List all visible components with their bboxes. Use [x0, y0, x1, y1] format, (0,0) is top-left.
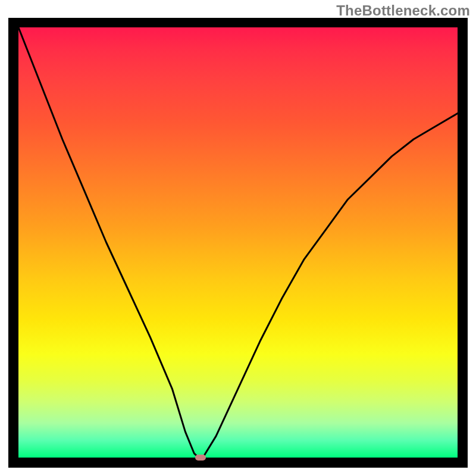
plot-frame — [8, 18, 468, 468]
bottleneck-curve — [18, 27, 458, 458]
plot-area — [18, 27, 458, 458]
chart-stage: TheBottleneck.com — [0, 0, 476, 476]
watermark-label: TheBottleneck.com — [336, 2, 470, 19]
curve-path — [18, 27, 458, 458]
minimum-marker — [195, 455, 206, 461]
